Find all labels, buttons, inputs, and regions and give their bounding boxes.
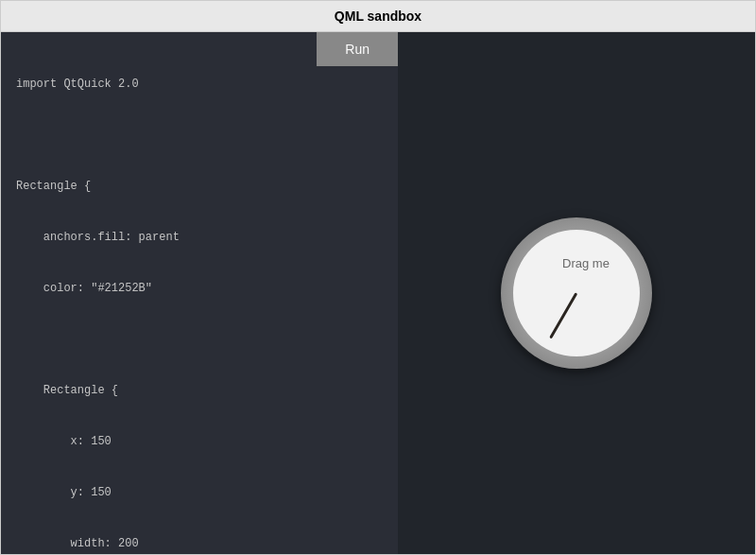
code-editor[interactable]: import QtQuick 2.0 Rectangle { anchors.f… — [1, 32, 398, 554]
code-line-8: x: 150 — [16, 433, 383, 450]
window-title: QML sandbox — [1, 1, 755, 32]
knob-label: Drag me — [562, 256, 610, 270]
knob-inner[interactable]: Drag me — [513, 230, 640, 356]
code-line-10: width: 200 — [16, 535, 383, 552]
run-button[interactable]: Run — [317, 32, 398, 66]
preview-panel: Drag me — [398, 32, 755, 554]
knob-line — [549, 292, 577, 338]
code-line-3: Rectangle { — [16, 178, 383, 195]
code-line-2 — [16, 127, 383, 144]
main-area: Run import QtQuick 2.0 Rectangle { ancho… — [1, 32, 755, 554]
code-line-7: Rectangle { — [16, 382, 383, 399]
code-line-9: y: 150 — [16, 484, 383, 501]
code-line-5: color: "#21252B" — [16, 280, 383, 297]
code-panel: Run import QtQuick 2.0 Rectangle { ancho… — [1, 32, 398, 554]
window: QML sandbox Run import QtQuick 2.0 Recta… — [0, 0, 756, 555]
run-button-bar: Run — [317, 32, 398, 66]
code-line-1: import QtQuick 2.0 — [16, 76, 383, 93]
code-line-4: anchors.fill: parent — [16, 229, 383, 246]
knob-outer[interactable]: Drag me — [501, 217, 652, 369]
code-line-6 — [16, 331, 383, 348]
